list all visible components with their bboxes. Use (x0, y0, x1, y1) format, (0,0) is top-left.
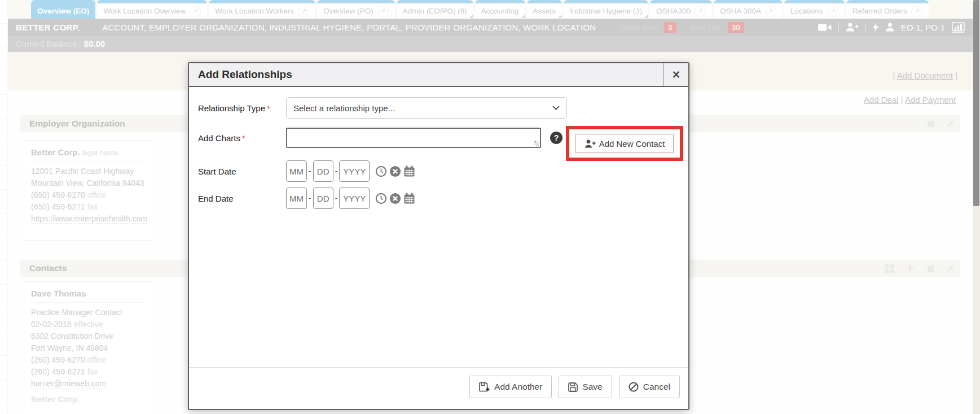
chevron-down-icon (552, 106, 560, 110)
date-separator: - (335, 194, 338, 203)
relationship-type-row: Relationship Type* Select a relationship… (189, 97, 688, 119)
relationship-type-select[interactable]: Select a relationship type... (286, 97, 567, 119)
button-label: Add Another (494, 382, 542, 392)
add-charts-input[interactable] (286, 128, 541, 148)
save-plus-icon (479, 382, 490, 392)
required-marker: * (242, 133, 245, 143)
start-day-input[interactable] (313, 160, 333, 182)
required-marker: * (267, 103, 270, 113)
add-charts-label: Add Charts* (198, 133, 245, 143)
close-icon[interactable]: × (663, 63, 688, 86)
end-day-input[interactable] (313, 188, 333, 209)
date-separator: - (309, 167, 311, 176)
clear-date-icon[interactable] (389, 193, 401, 204)
add-new-contact-button[interactable]: Add New Contact (575, 134, 674, 153)
select-placeholder: Select a relationship type... (293, 103, 395, 113)
label-text: Relationship Type (198, 103, 265, 113)
cancel-icon (629, 382, 639, 392)
help-icon[interactable]: ? (550, 132, 562, 144)
relationship-type-label: Relationship Type* (198, 103, 270, 113)
button-label: Save (582, 382, 602, 392)
calendar-icon[interactable] (403, 165, 415, 177)
add-person-icon (585, 140, 596, 148)
start-date-label: Start Date (198, 167, 236, 176)
modal-header: Add Relationships × (189, 63, 688, 87)
date-separator: - (309, 194, 311, 203)
cancel-button[interactable]: Cancel (619, 376, 680, 398)
time-clock-icon[interactable] (375, 165, 387, 177)
date-separator: - (335, 167, 338, 176)
end-date-row: End Date - - (189, 188, 688, 209)
red-highlight-callout: Add New Contact (566, 126, 683, 161)
scrollbar-thumb[interactable] (973, 0, 979, 206)
start-date-row: Start Date - - (189, 160, 688, 182)
add-another-button[interactable]: Add Another (469, 376, 552, 398)
start-month-input[interactable] (286, 160, 307, 182)
modal-title: Add Relationships (189, 68, 292, 81)
vertical-scrollbar[interactable] (973, 0, 980, 414)
button-label: Add New Contact (599, 139, 665, 149)
add-relationships-modal: Add Relationships × Relationship Type* S… (188, 62, 689, 410)
button-label: Cancel (643, 382, 670, 392)
end-month-input[interactable] (286, 188, 307, 209)
save-icon (568, 382, 578, 392)
start-year-input[interactable] (339, 160, 370, 182)
clear-date-icon[interactable] (389, 165, 401, 177)
modal-footer: Add Another Save Cancel (189, 367, 688, 398)
label-text: Add Charts (198, 133, 240, 143)
time-clock-icon[interactable] (375, 193, 387, 204)
end-date-label: End Date (198, 194, 234, 203)
end-year-input[interactable] (339, 188, 370, 209)
save-button[interactable]: Save (559, 376, 612, 398)
calendar-icon[interactable] (403, 193, 415, 204)
